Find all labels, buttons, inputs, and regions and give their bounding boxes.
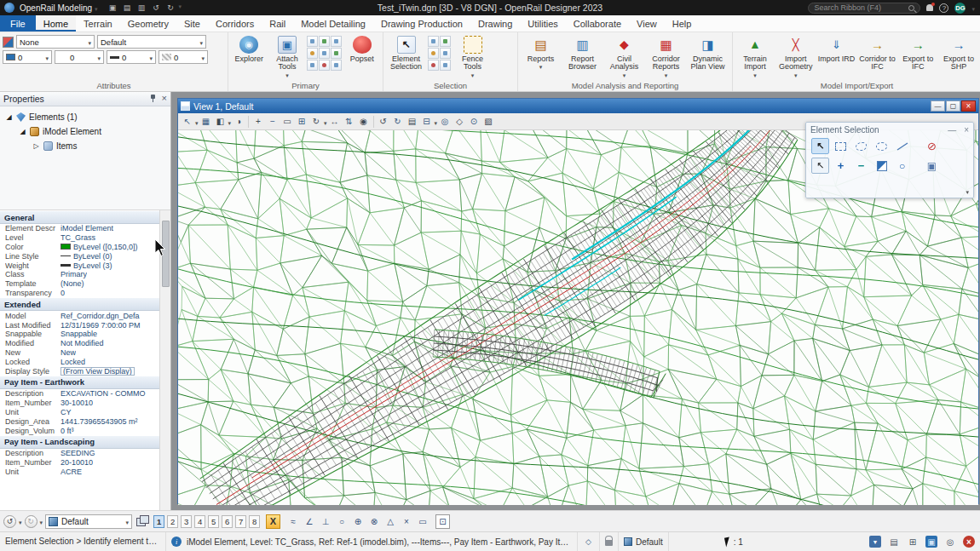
camera-settings-icon[interactable] <box>357 115 371 129</box>
tree-item-imodel-element[interactable]: iModel Element <box>0 124 170 139</box>
view-group-combo[interactable]: Default <box>45 514 132 529</box>
export-to-ifc-button[interactable]: Export to IFC <box>898 33 937 72</box>
select-none-icon[interactable] <box>923 138 941 154</box>
qat-more-icon[interactable] <box>179 2 192 14</box>
error-alert-icon[interactable] <box>963 536 975 548</box>
export-to-shp-button[interactable]: Export to SHP <box>939 33 978 72</box>
view-maximize-button[interactable]: ▢ <box>946 100 960 112</box>
section-header-general[interactable]: General <box>0 210 170 224</box>
render-mode-icon[interactable] <box>481 115 495 129</box>
clear-selection-icon[interactable] <box>428 60 439 71</box>
property-row[interactable]: Item_Number20-10010 <box>0 458 170 468</box>
active-weight-combo[interactable]: 0 <box>107 50 156 64</box>
property-row[interactable]: Design_Area1441.73965543905 m² <box>0 416 170 426</box>
level-manager-icon[interactable] <box>331 60 342 71</box>
active-level-segment[interactable]: Default <box>619 532 669 551</box>
tab-drawing-production[interactable]: Drawing Production <box>373 15 470 32</box>
active-template-icon[interactable] <box>3 37 14 48</box>
invert-selection-icon[interactable] <box>873 158 891 174</box>
clip-mask-icon[interactable] <box>438 115 452 129</box>
property-row[interactable]: SnappableSnappable <box>0 330 170 339</box>
snap-mode-icon[interactable] <box>583 537 594 548</box>
block-select-icon[interactable] <box>832 138 850 154</box>
tab-corridors[interactable]: Corridors <box>208 15 262 32</box>
display-style-icon[interactable] <box>214 115 228 129</box>
view-toggle-6[interactable]: 6 <box>222 515 233 528</box>
property-row[interactable]: Design_Volum0 ft³ <box>0 426 170 435</box>
tab-rail[interactable]: Rail <box>262 15 293 32</box>
select-previous-icon[interactable] <box>428 48 439 59</box>
property-row[interactable]: Last Modified12/31/1969 7:00:00 PM <box>0 320 170 330</box>
property-row[interactable]: DescriptionSEEDING <box>0 449 170 458</box>
pin-icon[interactable] <box>149 95 157 102</box>
chevron-down-icon[interactable] <box>195 117 199 127</box>
corridor-to-ifc-button[interactable]: Corridor to IFC <box>857 33 896 72</box>
property-row[interactable]: ClassPrimary <box>0 270 170 279</box>
tree-item-elements[interactable]: Elements (1) <box>0 110 170 124</box>
snap-midpoint-icon[interactable] <box>400 514 413 528</box>
view-menu-icon[interactable] <box>181 101 190 111</box>
notifications-bell-icon[interactable] <box>926 4 933 11</box>
property-row[interactable]: Item_Number30-10010 <box>0 399 170 408</box>
tab-model-detailing[interactable]: Model Detailing <box>293 15 373 32</box>
circle-select-icon[interactable] <box>873 138 891 154</box>
snap-tangent-icon[interactable] <box>383 514 397 528</box>
tab-view[interactable]: View <box>629 15 665 32</box>
select-all-icon[interactable] <box>428 36 439 47</box>
design-history-icon[interactable] <box>888 536 900 548</box>
tab-file[interactable]: File <box>0 15 36 32</box>
import-geometry-button[interactable]: Import Geometry <box>776 33 816 79</box>
snap-intersection-icon[interactable] <box>367 514 381 528</box>
accusnap-toggle[interactable]: X <box>266 514 280 529</box>
toolbox-icon[interactable] <box>907 536 919 548</box>
rotate-view-icon[interactable] <box>309 115 323 129</box>
element-template-combo[interactable]: Default <box>97 35 206 49</box>
shape-select-icon[interactable] <box>852 138 870 154</box>
tab-home[interactable]: Home <box>36 15 76 32</box>
help-icon[interactable]: ? <box>939 3 948 13</box>
saved-views-icon[interactable] <box>453 115 466 129</box>
tab-drawing[interactable]: Drawing <box>470 15 520 32</box>
property-row[interactable]: ColorByLevel ([0,150,0]) <box>0 243 170 252</box>
snap-bisector-icon[interactable] <box>416 514 429 528</box>
section-header-pay-item-earthwork[interactable]: Pay Item - Earthwork <box>0 376 170 389</box>
property-row[interactable]: Line StyleByLevel (0) <box>0 251 170 261</box>
view-attributes-icon[interactable] <box>199 115 213 129</box>
add-to-selection-icon[interactable] <box>832 158 850 174</box>
active-color-combo[interactable]: 0 <box>3 50 52 64</box>
status-indicator-icon[interactable] <box>944 536 956 548</box>
point-clouds-icon[interactable] <box>307 48 318 59</box>
property-row[interactable]: ModifiedNot Modified <box>0 339 170 348</box>
message-segment[interactable]: i iModel Element, Level: TC_Grass, Ref: … <box>166 532 578 551</box>
snap-center-icon[interactable] <box>335 514 349 528</box>
line-select-icon[interactable] <box>893 138 911 154</box>
corridor-reports-button[interactable]: Corridor Reports <box>646 33 686 79</box>
snap-keypoint-icon[interactable] <box>303 514 316 528</box>
view-toggle-2[interactable]: 2 <box>167 515 178 528</box>
selection-sets-icon[interactable] <box>440 60 451 71</box>
property-row[interactable]: ModelRef_Corridor.dgn_Defa <box>0 311 170 320</box>
view-minimize-button[interactable]: — <box>931 100 945 112</box>
tab-site[interactable]: Site <box>176 15 208 32</box>
fence-tools-button[interactable]: Fence Tools <box>453 33 493 79</box>
tab-collaborate[interactable]: Collaborate <box>566 15 629 32</box>
selection-count-segment[interactable]: : 1 <box>720 532 748 551</box>
qat-settings-icon[interactable]: ▣ <box>107 2 119 14</box>
tree-expand-icon[interactable] <box>5 113 13 121</box>
account-chevron-icon[interactable] <box>971 3 975 13</box>
view-titlebar[interactable]: View 1, Default — ▢ × <box>178 99 978 113</box>
property-row[interactable]: DescriptionEXCAVATION - COMMO <box>0 389 170 399</box>
view-tools-icon[interactable] <box>181 115 194 129</box>
property-row[interactable]: LevelTC_Grass <box>0 233 170 243</box>
chevron-down-icon[interactable] <box>435 117 438 127</box>
fit-view-icon[interactable] <box>295 115 308 129</box>
references-icon[interactable] <box>319 36 330 47</box>
chevron-down-icon[interactable] <box>40 516 43 526</box>
qat-print-icon[interactable]: ▥ <box>135 2 148 14</box>
select-all-icon[interactable] <box>923 158 941 174</box>
palette-close-icon[interactable]: × <box>964 125 969 135</box>
import-ird-button[interactable]: Import IRD <box>817 33 856 63</box>
lock-segment[interactable] <box>600 532 619 551</box>
undo-view-button[interactable] <box>3 515 16 528</box>
redo-view-button[interactable] <box>25 515 37 528</box>
